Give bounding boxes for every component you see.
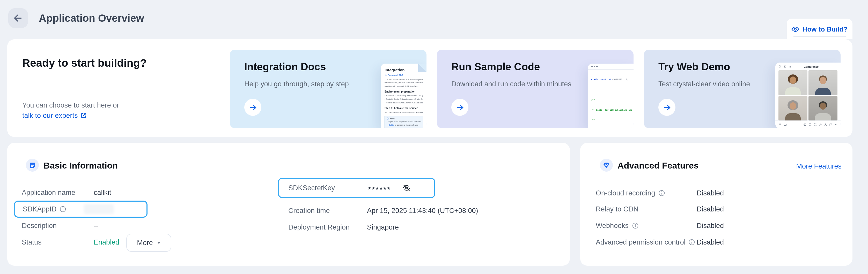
video-tile-person — [778, 70, 807, 95]
get-started-panel: Ready to start building? You can choose … — [7, 39, 852, 137]
ready-subtext: You can choose to start here or — [22, 101, 119, 109]
feature-row-label: Advanced permission control — [596, 238, 695, 246]
info-icon[interactable] — [632, 222, 639, 229]
video-tile-person — [808, 96, 837, 121]
mic-icon — [778, 123, 781, 126]
more-dropdown-button[interactable]: More — [126, 234, 171, 252]
gem-shield-icon — [602, 161, 610, 169]
info-circle-icon — [808, 123, 812, 126]
add-box-icon — [803, 123, 806, 126]
how-to-build-label: How to Build? — [803, 25, 848, 33]
go-docs-arrow-button[interactable] — [244, 99, 261, 116]
doc-bullet-list: Minimum compatibility with Android 4.4 (… — [384, 94, 423, 105]
page-title: Application Overview — [39, 12, 144, 24]
basic-info-panel: Basic Information Application name callk… — [7, 143, 570, 266]
page-fold-decoration — [418, 64, 427, 72]
settings-gear-icon — [834, 123, 837, 126]
doc-preview-thumbnail: Integration Download PDF This article wi… — [381, 64, 427, 128]
experts-link-label: talk to our experts — [22, 112, 78, 119]
go-sample-code-arrow-button[interactable] — [451, 99, 468, 116]
arrow-right-icon — [249, 103, 257, 111]
status-badge: Enabled — [94, 238, 119, 246]
doc-step-body: You can follow the steps below to activa… — [384, 111, 423, 115]
back-button[interactable] — [8, 8, 28, 28]
card-title: Integration Docs — [244, 61, 326, 73]
basic-info-icon-badge — [26, 159, 39, 172]
feature-row-value: Disabled — [697, 222, 724, 230]
external-link-icon — [81, 112, 87, 119]
tab-divider — [794, 36, 846, 37]
doc-note-line: Guide to complete the purchase. — [386, 123, 421, 127]
card-subtitle: Help you go through, step by step — [244, 80, 349, 88]
chat-icon — [829, 123, 832, 126]
sdkappid-redacted-value — [84, 204, 114, 214]
card-subtitle: Download and run code within minutes — [451, 80, 571, 88]
advanced-features-icon-badge — [600, 159, 613, 172]
more-features-link[interactable]: More Features — [796, 162, 842, 170]
run-sample-code-card[interactable]: Run Sample Code Download and run code wi… — [437, 49, 633, 128]
person-add-icon — [819, 123, 822, 126]
card-subtitle: Test crystal-clear video online — [658, 80, 750, 88]
advanced-features-title: Advanced Features — [618, 161, 699, 171]
doc-note-title: Note: — [390, 117, 395, 120]
code-preview-thumbnail: static const int CDNAPPID = 0; /** * `bi… — [588, 64, 633, 128]
sdksecretkey-row-highlight: SDKSecretKey ****** — [278, 178, 435, 198]
card-title: Run Sample Code — [451, 61, 540, 73]
application-name-label: Application name — [22, 189, 75, 197]
shield-icon — [778, 65, 781, 68]
doc-env-heading: Environment preparation — [384, 90, 423, 93]
download-icon — [384, 74, 387, 76]
video-tile-person — [778, 96, 807, 121]
deployment-region-label: Deployment Region — [288, 223, 350, 231]
how-to-build-tab[interactable]: How to Build? — [787, 19, 852, 39]
feature-row-label: Webhooks — [596, 222, 639, 230]
doc-note-guide-link: Guide — [389, 123, 394, 126]
doc-body-line: this document, you will complete the fol… — [384, 81, 423, 85]
video-tile-person — [808, 70, 837, 95]
info-icon[interactable] — [60, 206, 66, 212]
arrow-right-icon — [456, 103, 464, 111]
doc-preview-title: Integration — [384, 68, 423, 72]
conference-title: Conference — [793, 65, 837, 68]
deployment-region-value: Singapore — [367, 223, 399, 231]
try-web-demo-card[interactable]: Try Web Demo Test crystal-clear video on… — [644, 49, 841, 128]
window-dot — [591, 66, 592, 67]
doc-preview-body: This article will introduce how to compl… — [384, 78, 423, 88]
fullscreen-icon — [814, 123, 817, 126]
basic-info-title: Basic Information — [43, 161, 118, 171]
doc-note-box: Note: If you wish to purchase the paid v… — [384, 116, 423, 128]
description-value: -- — [94, 222, 98, 230]
feature-row-label: On-cloud recording — [596, 189, 665, 197]
eye-off-icon[interactable] — [402, 183, 411, 192]
description-label: Description — [22, 222, 57, 230]
feature-row-value: Disabled — [697, 189, 724, 197]
conference-preview-thumbnail: Conference — [775, 63, 841, 128]
download-pdf-label: Download PDF — [388, 74, 403, 76]
application-name-value: callkit — [94, 189, 111, 197]
note-info-icon — [386, 117, 389, 120]
secret-key-masked-value: ****** — [368, 183, 391, 193]
secret-key-label: SDKSecretKey — [288, 184, 335, 192]
experts-link[interactable]: talk to our experts — [22, 112, 87, 119]
back-arrow-icon — [13, 13, 23, 23]
info-icon[interactable] — [658, 190, 665, 197]
card-title: Try Web Demo — [658, 61, 730, 73]
doc-note-line: If you wish to purchase the paid version… — [386, 120, 421, 124]
conference-toolbar — [775, 121, 841, 128]
doc-bullet: Mobile devices with Android 4.4 and abov… — [384, 101, 423, 105]
sdkappid-row-highlight: SDKAppID — [14, 201, 148, 218]
arrow-right-icon — [663, 103, 671, 111]
feature-row-value: Disabled — [697, 205, 724, 213]
doc-body-line: This article will introduce how to compl… — [384, 78, 423, 81]
person-icon — [824, 123, 827, 126]
code-window-bar — [588, 64, 633, 70]
window-dot — [596, 66, 597, 67]
creation-time-value: Apr 15, 2025 11:43:40 (UTC+08:00) — [367, 207, 478, 214]
integration-docs-card[interactable]: Integration Docs Help you go through, st… — [230, 49, 427, 128]
doc-bullet: Android Studio 3.5 and above (Gradle 3.5… — [384, 98, 423, 101]
go-web-demo-arrow-button[interactable] — [658, 99, 676, 116]
creation-time-label: Creation time — [288, 207, 330, 214]
signal-icon — [788, 65, 791, 68]
application-overview-page: Application Overview How to Build? Ready… — [0, 0, 868, 274]
info-icon[interactable] — [689, 239, 695, 246]
